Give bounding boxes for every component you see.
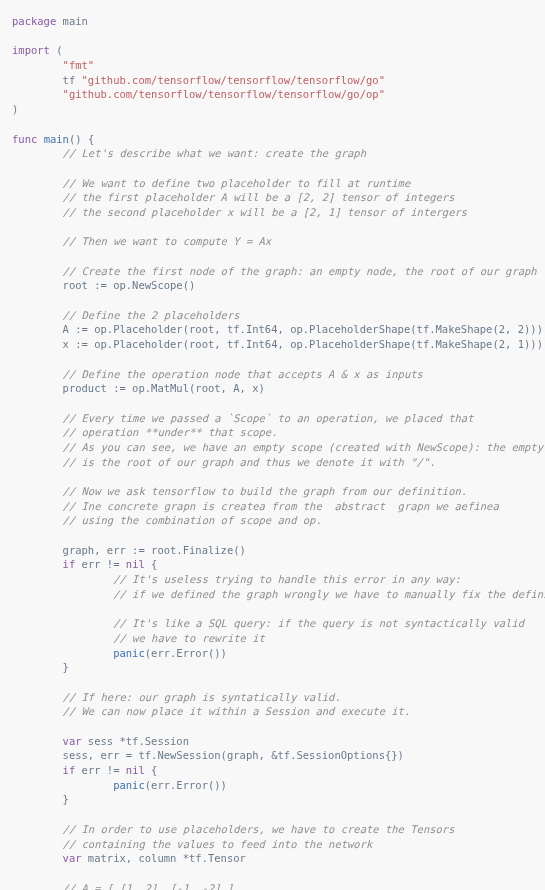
code-block: package main import ( "fmt" tf "github.c… (12, 14, 533, 890)
